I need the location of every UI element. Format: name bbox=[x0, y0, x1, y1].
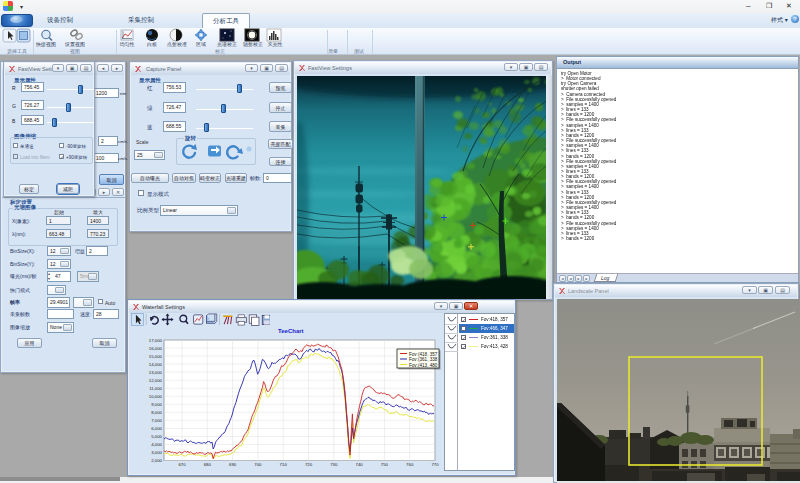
svg-text:3,000: 3,000 bbox=[151, 450, 162, 455]
svg-text:11,000: 11,000 bbox=[149, 386, 162, 391]
svg-text:770: 770 bbox=[431, 462, 439, 467]
svg-text:720: 720 bbox=[305, 462, 313, 467]
svg-text:16,000: 16,000 bbox=[149, 346, 163, 351]
svg-text:750: 750 bbox=[381, 462, 389, 467]
svg-text:760: 760 bbox=[406, 462, 414, 467]
svg-text:Fov:(413, 480: Fov:(413, 480 bbox=[409, 363, 438, 368]
svg-text:6,000: 6,000 bbox=[151, 426, 162, 431]
svg-text:14,000: 14,000 bbox=[149, 362, 163, 367]
svg-text:710: 710 bbox=[280, 462, 288, 467]
svg-text:Fov:(418, 357: Fov:(418, 357 bbox=[409, 352, 438, 357]
svg-text:7,000: 7,000 bbox=[151, 418, 162, 423]
svg-text:700: 700 bbox=[254, 462, 262, 467]
svg-text:12,000: 12,000 bbox=[149, 378, 163, 383]
svg-text:2,000: 2,000 bbox=[151, 458, 162, 463]
svg-text:690: 690 bbox=[229, 462, 237, 467]
svg-text:670: 670 bbox=[178, 462, 186, 467]
svg-text:8,000: 8,000 bbox=[151, 410, 162, 415]
svg-text:680: 680 bbox=[204, 462, 212, 467]
svg-text:730: 730 bbox=[330, 462, 338, 467]
svg-text:Fov:(361, 338: Fov:(361, 338 bbox=[409, 357, 438, 362]
svg-text:17,000: 17,000 bbox=[149, 338, 163, 343]
svg-text:15,000: 15,000 bbox=[149, 354, 163, 359]
svg-text:740: 740 bbox=[356, 462, 364, 467]
svg-text:9,000: 9,000 bbox=[151, 402, 162, 407]
svg-text:4,000: 4,000 bbox=[151, 442, 162, 447]
svg-text:5,000: 5,000 bbox=[151, 434, 162, 439]
svg-text:13,000: 13,000 bbox=[149, 370, 163, 375]
svg-text:10,000: 10,000 bbox=[149, 394, 163, 399]
